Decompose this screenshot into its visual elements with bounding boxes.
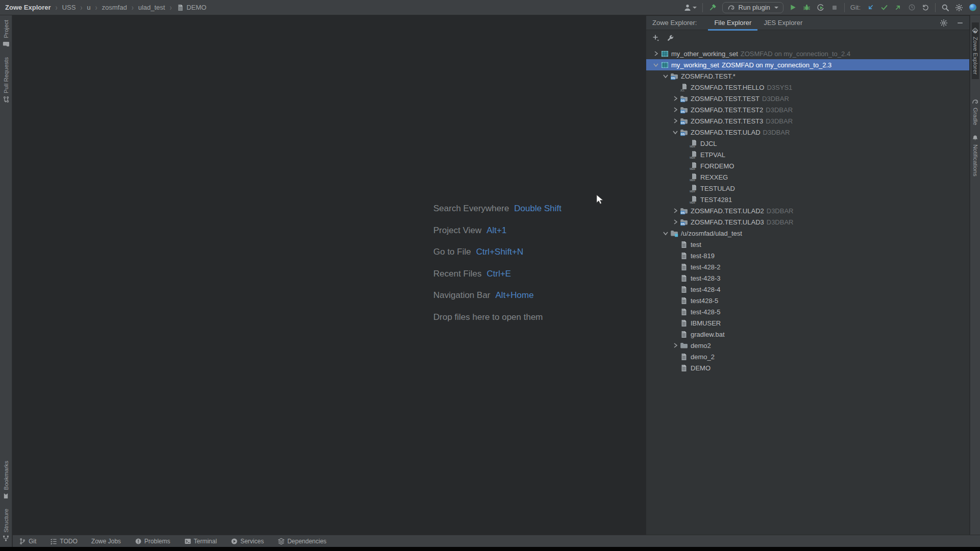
chevron-down-icon[interactable] (671, 128, 680, 136)
tree-row[interactable]: MEMTEST4281 (646, 194, 969, 205)
tree-row[interactable]: DSZOSMFAD.TEST.ULAD2D3DBAR (646, 205, 969, 216)
git-history-button[interactable] (908, 4, 916, 12)
bell-icon (972, 135, 979, 142)
tree-row[interactable]: DSZOSMFAD.TEST.ULAD3D3DBAR (646, 216, 969, 228)
tree-row[interactable]: test-428-3 (646, 272, 969, 284)
tree-row[interactable]: MEMDJCL (646, 138, 969, 149)
tree-row[interactable]: test-819 (646, 250, 969, 261)
tab-file-explorer[interactable]: File Explorer (708, 16, 757, 30)
panel-toolbar-add-icon[interactable] (652, 34, 660, 42)
tree-row[interactable]: IBMUSER (646, 317, 969, 329)
tree-row[interactable]: MEMREXXEG (646, 171, 969, 183)
chevron-right-icon[interactable] (651, 49, 660, 58)
stripe-item-bookmarks[interactable]: Bookmarks (3, 456, 10, 505)
tree-row[interactable]: DSZOSMFAD.TEST.* (646, 70, 969, 82)
statusbar-item-zowe-jobs[interactable]: Zowe Jobs (91, 538, 121, 545)
text-file-icon (680, 364, 688, 372)
tree-row[interactable]: DSZOSMFAD.TEST.TEST3D3DBAR (646, 115, 969, 127)
statusbar-item-problems[interactable]: Problems (135, 538, 170, 545)
statusbar-item-terminal[interactable]: Terminal (184, 538, 217, 545)
chevron-down-icon[interactable] (661, 72, 670, 80)
run-button[interactable] (789, 4, 797, 12)
terminal-icon (184, 538, 191, 545)
breadcrumb-item[interactable]: ulad_test (138, 4, 165, 11)
statusbar-item-todo[interactable]: TODO (50, 538, 77, 545)
chevron-right-icon[interactable] (671, 94, 680, 103)
tree-row[interactable]: MEMFORDEMO (646, 160, 969, 171)
panel-toolbar-wrench-icon[interactable] (666, 34, 674, 42)
app-sphere-button[interactable] (969, 4, 977, 12)
tree-row[interactable]: DEMO (646, 362, 969, 373)
stripe-item-zowe-explorer[interactable]: ZZowe Explorer (972, 22, 979, 79)
tree-row[interactable]: test-428-2 (646, 261, 969, 272)
tab-jes-explorer[interactable]: JES Explorer (757, 16, 808, 30)
breadcrumb-item[interactable]: Zowe Explorer (5, 4, 51, 11)
search-everywhere-button[interactable] (941, 4, 949, 12)
tree-row[interactable]: test428-5 (646, 295, 969, 306)
tree-row[interactable]: /u/zosmfad/ulad_test (646, 228, 969, 239)
build-button[interactable] (708, 4, 717, 12)
text-file-icon (680, 319, 688, 327)
settings-button[interactable] (955, 4, 963, 12)
breadcrumb-item[interactable]: DEMO (176, 4, 206, 12)
editor-area[interactable]: Search EverywhereDouble ShiftProject Vie… (13, 16, 646, 535)
stripe-item-gradle[interactable]: Gradle (972, 93, 979, 130)
chevron-right-icon[interactable] (671, 341, 680, 349)
tree-row[interactable]: test-428-4 (646, 284, 969, 295)
git-commit-button[interactable] (880, 4, 888, 12)
git-rollback-button[interactable] (921, 4, 929, 12)
tree-row[interactable]: my_other_working_setZOSMFAD on my_connec… (646, 48, 969, 59)
stripe-item-structure[interactable]: Structure (3, 504, 10, 547)
tree-item-name: IBMUSER (691, 319, 721, 327)
chevron-down-icon (693, 7, 697, 9)
gradle-icon (727, 4, 736, 12)
panel-settings-icon[interactable] (940, 19, 948, 27)
statusbar-item-dependencies[interactable]: Dependencies (278, 538, 327, 545)
stripe-item-notifications[interactable]: Notifications (972, 130, 979, 181)
tree-row[interactable]: DSZOSMFAD.TEST.TEST2D3DBAR (646, 104, 969, 115)
stripe-item-pull-requests[interactable]: Pull Requests (3, 53, 10, 108)
tree-row[interactable]: DSZOSMFAD.TEST.TESTD3DBAR (646, 93, 969, 104)
panel-minimize-icon[interactable] (956, 19, 964, 27)
tree-row[interactable]: test-428-5 (646, 306, 969, 317)
shortcut-action-label: Recent Files (433, 269, 481, 279)
breadcrumb-item[interactable]: u (87, 4, 90, 11)
tree-row[interactable]: MEMETPVAL (646, 149, 969, 160)
chevron-right-icon[interactable] (671, 218, 680, 226)
chevron-down-icon[interactable] (651, 61, 660, 69)
tree-row[interactable]: JCLZOSMFAD.TEST.HELLOD3SYS1 (646, 82, 969, 93)
tree-row[interactable]: DSZOSMFAD.TEST.ULADD3DBAR (646, 127, 969, 138)
stripe-label: Gradle (972, 108, 978, 126)
debug-button[interactable] (803, 4, 811, 12)
problems-icon (135, 538, 142, 545)
settings-icon (955, 4, 963, 12)
tree-row[interactable]: demo2 (646, 340, 969, 351)
breadcrumb-label: Zowe Explorer (5, 4, 51, 11)
tree-row[interactable]: demo_2 (646, 351, 969, 362)
chevron-spacer (671, 330, 680, 338)
tree-row[interactable]: gradlew.bat (646, 329, 969, 340)
statusbar-item-git[interactable]: Git (19, 538, 36, 545)
stop-button[interactable] (830, 4, 839, 12)
tree-row[interactable]: MEMTESTULAD (646, 183, 969, 194)
tree-item-name: demo_2 (691, 353, 715, 361)
git-push-button[interactable] (894, 4, 902, 12)
tree-row[interactable]: test (646, 239, 969, 250)
chevron-right-icon[interactable] (671, 117, 680, 125)
breadcrumb-item[interactable]: USS (62, 4, 76, 11)
chevron-down-icon[interactable] (661, 229, 670, 237)
chevron-right-icon[interactable] (671, 207, 680, 215)
git-update-button[interactable] (866, 4, 874, 12)
panel-tabs: File ExplorerJES Explorer (708, 16, 808, 30)
tab-label: File Explorer (714, 19, 751, 27)
breadcrumb-item[interactable]: zosmfad (102, 4, 127, 11)
chevron-right-icon[interactable] (671, 106, 680, 114)
stripe-item-project[interactable]: Project (3, 15, 10, 53)
statusbar-item-services[interactable]: Services (231, 538, 264, 545)
user-menu-button[interactable] (683, 4, 697, 12)
svg-text:MEM: MEM (690, 179, 695, 181)
run-with-coverage-button[interactable] (817, 4, 825, 12)
run-icon (789, 4, 797, 12)
run-configuration-select[interactable]: Run plugin (722, 2, 783, 13)
tree-row[interactable]: my_working_setZOSMFAD on my_connection_t… (646, 59, 969, 70)
